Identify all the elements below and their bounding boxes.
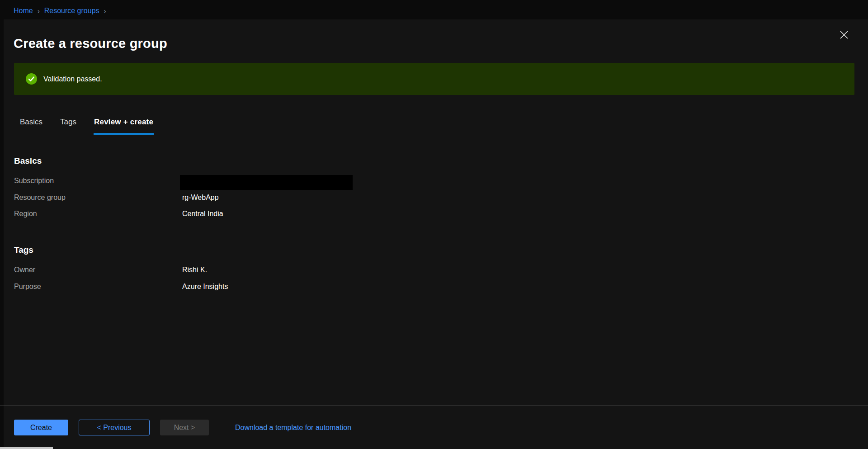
create-button[interactable]: Create <box>14 420 68 435</box>
footer-divider <box>0 406 868 406</box>
subscription-value-redacted <box>180 175 353 190</box>
close-button[interactable] <box>837 28 851 42</box>
field-label-resource-group: Resource group <box>14 193 66 203</box>
field-label-owner: Owner <box>14 265 35 275</box>
tab-bar: Basics Tags Review + create <box>19 117 170 135</box>
field-label-subscription: Subscription <box>14 176 54 186</box>
validation-banner-text: Validation passed. <box>43 75 102 83</box>
chevron-right-icon: › <box>104 5 106 16</box>
field-label-purpose: Purpose <box>14 282 41 292</box>
field-value-resource-group: rg-WebApp <box>182 193 219 203</box>
validation-banner: Validation passed. <box>14 63 854 95</box>
tab-review-create[interactable]: Review + create <box>94 117 154 135</box>
tab-basics[interactable]: Basics <box>19 117 43 135</box>
field-value-purpose: Azure Insights <box>182 282 228 292</box>
next-button: Next > <box>160 420 209 435</box>
close-icon <box>839 30 849 40</box>
field-label-region: Region <box>14 209 37 219</box>
section-heading-basics: Basics <box>14 156 42 166</box>
previous-button[interactable]: < Previous <box>79 420 150 435</box>
horizontal-scrollbar-thumb[interactable] <box>0 447 53 449</box>
tab-tags[interactable]: Tags <box>60 117 77 135</box>
breadcrumb-resource-groups-link[interactable]: Resource groups <box>44 6 99 16</box>
field-value-region: Central India <box>182 209 223 219</box>
section-heading-tags: Tags <box>14 245 33 255</box>
chevron-right-icon: › <box>38 5 40 16</box>
page-title: Create a resource group <box>14 36 167 51</box>
field-value-owner: Rishi K. <box>182 265 207 275</box>
success-check-icon <box>26 73 37 85</box>
breadcrumb-home-link[interactable]: Home <box>14 6 33 16</box>
breadcrumb: Home › Resource groups › <box>14 6 106 16</box>
download-template-link[interactable]: Download a template for automation <box>235 423 351 433</box>
